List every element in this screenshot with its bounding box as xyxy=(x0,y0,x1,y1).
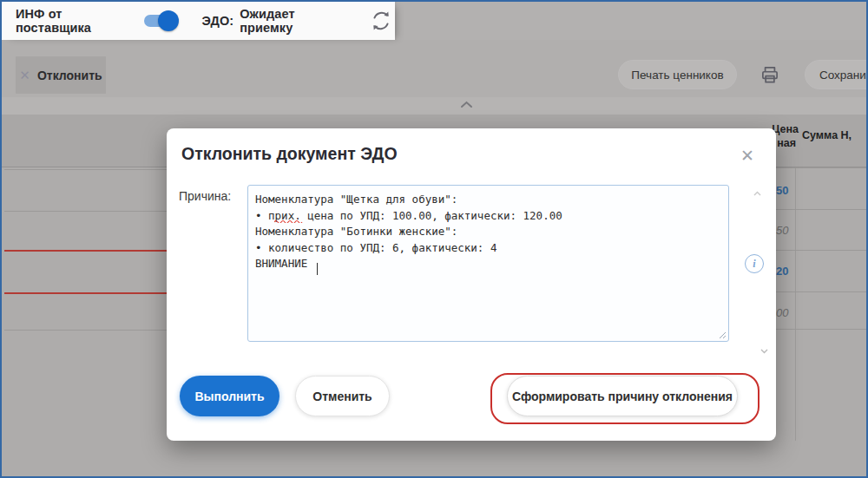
supplier-info-toggle[interactable] xyxy=(144,15,178,27)
table-row-line xyxy=(776,291,868,292)
reason-text-content: Номенклатура "Щетка для обуви": • прих. … xyxy=(255,192,721,336)
resize-grip-icon[interactable] xyxy=(718,331,727,339)
table-row-line xyxy=(4,211,167,212)
edo-status-text: Ожидает приемку xyxy=(240,7,345,35)
table-row-line xyxy=(776,209,868,210)
toggle-knob xyxy=(158,10,179,31)
table-row-line xyxy=(4,169,167,170)
column-header-sum-nds: Сумма Н, xyxy=(802,129,866,141)
backdrop-top-strip xyxy=(397,2,866,40)
document-status-bar: ИНФ от поставщика ЭДО: Ожидает приемку xyxy=(2,2,395,40)
collapse-strip xyxy=(2,97,866,115)
supplier-info-label: ИНФ от поставщика xyxy=(16,7,134,35)
table-cell-price: 20 xyxy=(776,265,795,278)
highlighted-row-border-top xyxy=(4,250,167,252)
print-price-tags-button[interactable]: Печать ценников xyxy=(618,60,737,89)
reject-edo-dialog: Отклонить документ ЭДО ✕ Причина: Номенк… xyxy=(167,128,776,441)
table-cell-price: 50 xyxy=(776,184,795,197)
reason-textarea[interactable]: Номенклатура "Щетка для обуви": • прих. … xyxy=(247,185,729,342)
collapse-panel-button[interactable] xyxy=(460,101,473,108)
generate-reason-button[interactable]: Сформировать причину отклонения xyxy=(507,376,738,416)
edo-label: ЭДО: xyxy=(201,14,233,28)
text-cursor xyxy=(317,263,318,275)
dialog-title: Отклонить документ ЭДО xyxy=(181,144,398,164)
execute-button[interactable]: Выполнить xyxy=(180,376,279,416)
table-row-line xyxy=(4,330,167,331)
refresh-status-button[interactable] xyxy=(367,6,395,36)
scroll-down-icon xyxy=(760,349,768,354)
printer-icon xyxy=(759,63,781,86)
table-row-line xyxy=(776,250,868,251)
chevron-up-icon xyxy=(460,101,473,108)
table-row-line xyxy=(776,167,868,168)
reason-field-label: Причина: xyxy=(179,189,231,203)
print-button[interactable] xyxy=(756,61,784,88)
highlighted-row-border-bottom xyxy=(4,292,167,294)
reject-x-icon: ✕ xyxy=(19,68,30,83)
close-icon[interactable]: ✕ xyxy=(738,146,757,165)
sync-icon xyxy=(368,8,394,34)
table-cell-price: 00 xyxy=(776,306,795,319)
scroll-up-icon xyxy=(753,191,761,196)
table-row-line xyxy=(776,329,868,330)
app-window: ИНФ от поставщика ЭДО: Ожидает приемку ✕… xyxy=(0,0,868,478)
cancel-button[interactable]: Отменить xyxy=(295,376,390,416)
info-icon[interactable]: i xyxy=(745,254,764,273)
reject-document-button[interactable]: ✕ Отклонить xyxy=(16,56,106,94)
toolbar-band xyxy=(2,40,866,97)
reject-button-label: Отклонить xyxy=(37,69,102,82)
save-button[interactable]: Сохрани xyxy=(805,60,868,89)
spellcheck-squiggle xyxy=(274,219,303,223)
table-cell-price: 50 xyxy=(776,224,795,237)
